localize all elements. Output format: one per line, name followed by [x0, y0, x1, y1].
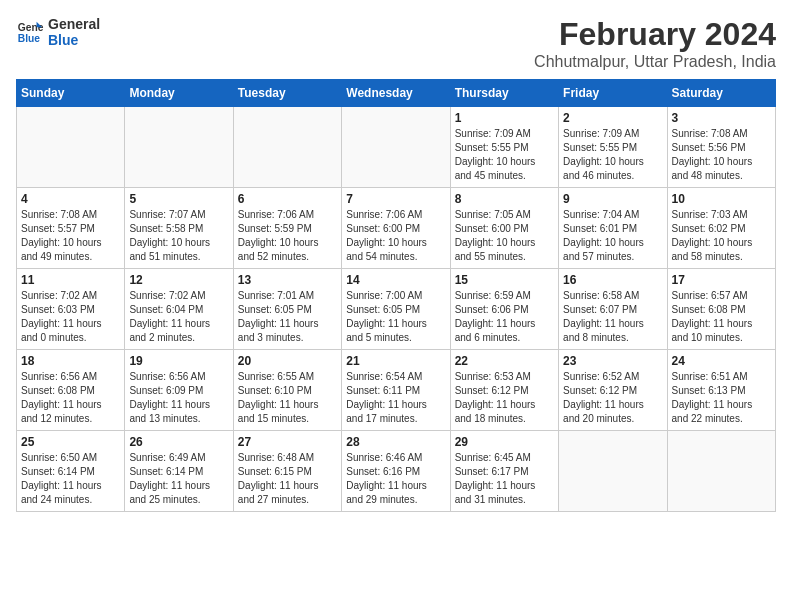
- day-info: Sunrise: 6:52 AMSunset: 6:12 PMDaylight:…: [563, 370, 662, 426]
- day-number: 13: [238, 273, 337, 287]
- day-of-week-header: Friday: [559, 80, 667, 107]
- day-info: Sunrise: 6:59 AMSunset: 6:06 PMDaylight:…: [455, 289, 554, 345]
- calendar-cell: 26Sunrise: 6:49 AMSunset: 6:14 PMDayligh…: [125, 431, 233, 512]
- svg-text:Blue: Blue: [18, 33, 41, 44]
- day-of-week-header: Monday: [125, 80, 233, 107]
- day-number: 20: [238, 354, 337, 368]
- svg-text:General: General: [18, 22, 44, 33]
- day-number: 19: [129, 354, 228, 368]
- day-number: 22: [455, 354, 554, 368]
- day-info: Sunrise: 6:57 AMSunset: 6:08 PMDaylight:…: [672, 289, 771, 345]
- calendar-cell: 4Sunrise: 7:08 AMSunset: 5:57 PMDaylight…: [17, 188, 125, 269]
- day-info: Sunrise: 6:51 AMSunset: 6:13 PMDaylight:…: [672, 370, 771, 426]
- header: General Blue General Blue February 2024 …: [16, 16, 776, 71]
- calendar-week-row: 11Sunrise: 7:02 AMSunset: 6:03 PMDayligh…: [17, 269, 776, 350]
- day-number: 23: [563, 354, 662, 368]
- calendar-table: SundayMondayTuesdayWednesdayThursdayFrid…: [16, 79, 776, 512]
- day-info: Sunrise: 6:46 AMSunset: 6:16 PMDaylight:…: [346, 451, 445, 507]
- day-of-week-header: Sunday: [17, 80, 125, 107]
- day-number: 16: [563, 273, 662, 287]
- day-of-week-header: Saturday: [667, 80, 775, 107]
- day-info: Sunrise: 7:06 AMSunset: 5:59 PMDaylight:…: [238, 208, 337, 264]
- day-info: Sunrise: 6:45 AMSunset: 6:17 PMDaylight:…: [455, 451, 554, 507]
- day-info: Sunrise: 7:02 AMSunset: 6:04 PMDaylight:…: [129, 289, 228, 345]
- day-number: 7: [346, 192, 445, 206]
- calendar-week-row: 25Sunrise: 6:50 AMSunset: 6:14 PMDayligh…: [17, 431, 776, 512]
- day-info: Sunrise: 6:56 AMSunset: 6:09 PMDaylight:…: [129, 370, 228, 426]
- calendar-cell: 20Sunrise: 6:55 AMSunset: 6:10 PMDayligh…: [233, 350, 341, 431]
- day-info: Sunrise: 6:49 AMSunset: 6:14 PMDaylight:…: [129, 451, 228, 507]
- day-of-week-header: Tuesday: [233, 80, 341, 107]
- day-number: 29: [455, 435, 554, 449]
- day-number: 21: [346, 354, 445, 368]
- day-info: Sunrise: 6:55 AMSunset: 6:10 PMDaylight:…: [238, 370, 337, 426]
- page-title: February 2024: [534, 16, 776, 53]
- calendar-cell: 21Sunrise: 6:54 AMSunset: 6:11 PMDayligh…: [342, 350, 450, 431]
- day-of-week-header: Thursday: [450, 80, 558, 107]
- calendar-cell: 18Sunrise: 6:56 AMSunset: 6:08 PMDayligh…: [17, 350, 125, 431]
- day-number: 27: [238, 435, 337, 449]
- calendar-cell: 2Sunrise: 7:09 AMSunset: 5:55 PMDaylight…: [559, 107, 667, 188]
- calendar-cell: [233, 107, 341, 188]
- day-info: Sunrise: 6:53 AMSunset: 6:12 PMDaylight:…: [455, 370, 554, 426]
- calendar-cell: 14Sunrise: 7:00 AMSunset: 6:05 PMDayligh…: [342, 269, 450, 350]
- day-number: 25: [21, 435, 120, 449]
- title-area: February 2024 Chhutmalpur, Uttar Pradesh…: [534, 16, 776, 71]
- day-info: Sunrise: 7:08 AMSunset: 5:56 PMDaylight:…: [672, 127, 771, 183]
- page-subtitle: Chhutmalpur, Uttar Pradesh, India: [534, 53, 776, 71]
- day-info: Sunrise: 7:09 AMSunset: 5:55 PMDaylight:…: [455, 127, 554, 183]
- calendar-cell: [17, 107, 125, 188]
- day-number: 18: [21, 354, 120, 368]
- day-info: Sunrise: 7:02 AMSunset: 6:03 PMDaylight:…: [21, 289, 120, 345]
- day-number: 5: [129, 192, 228, 206]
- calendar-cell: 24Sunrise: 6:51 AMSunset: 6:13 PMDayligh…: [667, 350, 775, 431]
- calendar-cell: 8Sunrise: 7:05 AMSunset: 6:00 PMDaylight…: [450, 188, 558, 269]
- calendar-cell: [342, 107, 450, 188]
- calendar-cell: 9Sunrise: 7:04 AMSunset: 6:01 PMDaylight…: [559, 188, 667, 269]
- calendar-cell: 19Sunrise: 6:56 AMSunset: 6:09 PMDayligh…: [125, 350, 233, 431]
- day-number: 8: [455, 192, 554, 206]
- day-number: 24: [672, 354, 771, 368]
- day-number: 2: [563, 111, 662, 125]
- calendar-cell: 27Sunrise: 6:48 AMSunset: 6:15 PMDayligh…: [233, 431, 341, 512]
- calendar-cell: 7Sunrise: 7:06 AMSunset: 6:00 PMDaylight…: [342, 188, 450, 269]
- day-number: 4: [21, 192, 120, 206]
- day-info: Sunrise: 7:05 AMSunset: 6:00 PMDaylight:…: [455, 208, 554, 264]
- day-info: Sunrise: 7:04 AMSunset: 6:01 PMDaylight:…: [563, 208, 662, 264]
- calendar-cell: 28Sunrise: 6:46 AMSunset: 6:16 PMDayligh…: [342, 431, 450, 512]
- day-number: 1: [455, 111, 554, 125]
- calendar-header-row: SundayMondayTuesdayWednesdayThursdayFrid…: [17, 80, 776, 107]
- day-number: 17: [672, 273, 771, 287]
- day-number: 14: [346, 273, 445, 287]
- day-number: 26: [129, 435, 228, 449]
- calendar-cell: 10Sunrise: 7:03 AMSunset: 6:02 PMDayligh…: [667, 188, 775, 269]
- logo: General Blue General Blue: [16, 16, 100, 48]
- calendar-cell: 25Sunrise: 6:50 AMSunset: 6:14 PMDayligh…: [17, 431, 125, 512]
- calendar-cell: 5Sunrise: 7:07 AMSunset: 5:58 PMDaylight…: [125, 188, 233, 269]
- logo-icon: General Blue: [16, 18, 44, 46]
- day-number: 11: [21, 273, 120, 287]
- day-info: Sunrise: 7:08 AMSunset: 5:57 PMDaylight:…: [21, 208, 120, 264]
- calendar-week-row: 4Sunrise: 7:08 AMSunset: 5:57 PMDaylight…: [17, 188, 776, 269]
- day-number: 15: [455, 273, 554, 287]
- calendar-week-row: 1Sunrise: 7:09 AMSunset: 5:55 PMDaylight…: [17, 107, 776, 188]
- day-number: 12: [129, 273, 228, 287]
- calendar-cell: 23Sunrise: 6:52 AMSunset: 6:12 PMDayligh…: [559, 350, 667, 431]
- day-info: Sunrise: 6:54 AMSunset: 6:11 PMDaylight:…: [346, 370, 445, 426]
- calendar-cell: 15Sunrise: 6:59 AMSunset: 6:06 PMDayligh…: [450, 269, 558, 350]
- day-info: Sunrise: 7:00 AMSunset: 6:05 PMDaylight:…: [346, 289, 445, 345]
- day-info: Sunrise: 7:07 AMSunset: 5:58 PMDaylight:…: [129, 208, 228, 264]
- day-number: 6: [238, 192, 337, 206]
- calendar-cell: 3Sunrise: 7:08 AMSunset: 5:56 PMDaylight…: [667, 107, 775, 188]
- calendar-cell: [125, 107, 233, 188]
- day-info: Sunrise: 6:58 AMSunset: 6:07 PMDaylight:…: [563, 289, 662, 345]
- calendar-cell: 6Sunrise: 7:06 AMSunset: 5:59 PMDaylight…: [233, 188, 341, 269]
- calendar-cell: 22Sunrise: 6:53 AMSunset: 6:12 PMDayligh…: [450, 350, 558, 431]
- day-number: 28: [346, 435, 445, 449]
- calendar-week-row: 18Sunrise: 6:56 AMSunset: 6:08 PMDayligh…: [17, 350, 776, 431]
- logo-blue: Blue: [48, 32, 100, 48]
- day-of-week-header: Wednesday: [342, 80, 450, 107]
- calendar-cell: 13Sunrise: 7:01 AMSunset: 6:05 PMDayligh…: [233, 269, 341, 350]
- logo-general: General: [48, 16, 100, 32]
- calendar-cell: 11Sunrise: 7:02 AMSunset: 6:03 PMDayligh…: [17, 269, 125, 350]
